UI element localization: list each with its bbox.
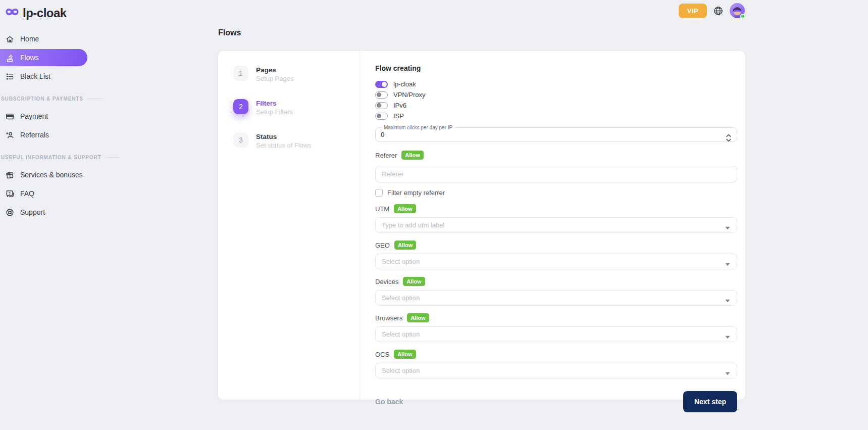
referer-input[interactable] bbox=[375, 166, 737, 182]
step-pages[interactable]: 1 Pages Setup Pages bbox=[233, 66, 360, 83]
gift-icon bbox=[5, 170, 14, 179]
devices-select[interactable]: Select option bbox=[375, 290, 737, 306]
vip-button[interactable]: VIP bbox=[679, 4, 707, 18]
go-back-button[interactable]: Go back bbox=[375, 398, 403, 406]
form-actions: Go back Next step bbox=[375, 391, 737, 412]
sidebar-item-black-list[interactable]: Black List bbox=[0, 68, 87, 85]
browsers-label: Browsers bbox=[375, 314, 402, 322]
referrals-person-icon bbox=[5, 130, 14, 139]
sidebar-item-label: Referrals bbox=[20, 131, 49, 139]
referer-label-row: Referer Allow bbox=[375, 151, 737, 160]
filter-group-devices: Devices Allow Select option bbox=[375, 277, 737, 306]
page-title: Flows bbox=[218, 28, 745, 37]
toggle-switch[interactable] bbox=[375, 91, 388, 99]
browsers-allow-badge[interactable]: Allow bbox=[407, 313, 429, 322]
sidebar-section-header: SUBSCRIPTION & PAYMENTS bbox=[0, 96, 106, 102]
ocs-label: OCS bbox=[375, 351, 389, 358]
sidebar-item-referrals[interactable]: Referrals bbox=[0, 126, 87, 144]
utm-placeholder: Type to add utm label bbox=[382, 221, 444, 229]
brand-name: lp-cloak bbox=[23, 6, 67, 20]
toggle-isp[interactable]: ISP bbox=[375, 111, 737, 121]
utm-label: UTM bbox=[375, 205, 389, 213]
chevron-down-icon bbox=[725, 224, 730, 231]
support-lifering-icon bbox=[5, 208, 14, 217]
geo-select[interactable]: Select option bbox=[375, 254, 737, 269]
sidebar-section-header: USEFUL INFORMATION & SUPPORT bbox=[0, 155, 106, 160]
devices-allow-badge[interactable]: Allow bbox=[403, 277, 425, 286]
toggle-lp-cloak[interactable]: lp-cloak bbox=[375, 79, 737, 89]
step-number: 1 bbox=[233, 66, 248, 81]
sidebar: Home Flows Black List SUBSCRIPTION & PAY… bbox=[0, 30, 106, 222]
browsers-placeholder: Select option bbox=[382, 330, 420, 338]
ocs-select[interactable]: Select option bbox=[375, 363, 737, 378]
utm-allow-badge[interactable]: Allow bbox=[394, 204, 416, 213]
sidebar-item-label: Home bbox=[20, 35, 39, 43]
online-status-dot bbox=[740, 14, 745, 19]
sidebar-item-support[interactable]: Support bbox=[0, 204, 87, 221]
max-clicks-label: Maximum clicks per day per IP bbox=[382, 125, 454, 130]
step-number: 3 bbox=[233, 132, 248, 148]
devices-label: Devices bbox=[375, 278, 398, 285]
sidebar-item-payment[interactable]: Payment bbox=[0, 108, 87, 125]
sidebar-item-label: Payment bbox=[20, 112, 48, 120]
geo-placeholder: Select option bbox=[382, 258, 420, 265]
chevron-down-icon bbox=[725, 369, 730, 377]
geo-label: GEO bbox=[375, 242, 390, 249]
user-avatar[interactable] bbox=[730, 3, 745, 18]
step-title: Status bbox=[256, 132, 312, 141]
sidebar-section-title: USEFUL INFORMATION & SUPPORT bbox=[1, 155, 101, 160]
browsers-select[interactable]: Select option bbox=[375, 326, 737, 342]
checkbox-label: Filter empty referrer bbox=[387, 189, 445, 197]
utm-select[interactable]: Type to add utm label bbox=[375, 217, 737, 233]
filter-group-browsers: Browsers Allow Select option bbox=[375, 313, 737, 342]
step-status[interactable]: 3 Status Set status of Flows bbox=[233, 132, 360, 150]
sidebar-item-label: Black List bbox=[20, 72, 50, 80]
filter-empty-referrer-checkbox[interactable]: Filter empty referrer bbox=[375, 189, 737, 197]
language-globe-icon[interactable] bbox=[713, 6, 723, 16]
sidebar-item-label: FAQ bbox=[20, 189, 34, 198]
sidebar-item-faq[interactable]: ? FAQ bbox=[0, 185, 87, 202]
sidebar-item-flows[interactable]: Flows bbox=[0, 49, 87, 66]
chevron-down-icon bbox=[725, 297, 730, 304]
mask-logo-icon bbox=[5, 7, 19, 20]
max-clicks-field: Maximum clicks per day per IP bbox=[375, 125, 737, 142]
geo-allow-badge[interactable]: Allow bbox=[394, 241, 416, 250]
step-filters[interactable]: 2 Filters Setup Filters bbox=[233, 99, 360, 116]
svg-text:?: ? bbox=[8, 190, 11, 195]
chevron-down-icon bbox=[725, 260, 730, 268]
checkbox-box[interactable] bbox=[375, 189, 383, 197]
max-clicks-input[interactable] bbox=[381, 131, 697, 138]
faq-bubble-icon: ? bbox=[5, 189, 14, 198]
sidebar-item-home[interactable]: Home bbox=[0, 30, 87, 47]
next-step-button[interactable]: Next step bbox=[683, 391, 737, 412]
filter-group-utm: UTM Allow Type to add utm label bbox=[375, 204, 737, 233]
flow-creating-form: Flow creating lp-cloak VPN/Proxy IPv6 IS… bbox=[360, 51, 745, 400]
step-subtitle: Set status of Flows bbox=[256, 141, 312, 150]
flow-wizard-card: 1 Pages Setup Pages 2 Filters Setup Filt… bbox=[218, 51, 745, 400]
brand-logo[interactable]: lp-cloak bbox=[5, 6, 67, 20]
section-divider bbox=[106, 157, 120, 158]
main-content: Flows 1 Pages Setup Pages 2 Filters Setu… bbox=[218, 28, 745, 400]
ocs-allow-badge[interactable]: Allow bbox=[394, 350, 416, 359]
toggle-label: ISP bbox=[393, 112, 404, 120]
sidebar-item-services-bonuses[interactable]: Services & bonuses bbox=[0, 166, 87, 183]
toggle-switch[interactable] bbox=[375, 113, 388, 120]
toggle-switch[interactable] bbox=[375, 81, 388, 88]
toggle-label: IPv6 bbox=[393, 102, 406, 109]
sidebar-item-label: Services & bonuses bbox=[20, 171, 83, 179]
toggle-switch[interactable] bbox=[375, 102, 388, 109]
toggle-label: lp-cloak bbox=[393, 80, 416, 88]
sidebar-item-label: Flows bbox=[20, 54, 39, 62]
referer-label: Referer bbox=[375, 152, 397, 159]
toggle-ipv6[interactable]: IPv6 bbox=[375, 100, 737, 111]
flows-icon bbox=[5, 53, 14, 62]
referer-allow-badge[interactable]: Allow bbox=[401, 151, 423, 160]
wizard-steps: 1 Pages Setup Pages 2 Filters Setup Filt… bbox=[218, 51, 360, 400]
form-title: Flow creating bbox=[375, 64, 737, 72]
toggle-vpn-proxy[interactable]: VPN/Proxy bbox=[375, 89, 737, 100]
max-clicks-stepper[interactable] bbox=[726, 134, 731, 144]
toggle-label: VPN/Proxy bbox=[393, 91, 426, 99]
chevron-down-icon bbox=[725, 333, 730, 341]
app: lp-cloak VIP bbox=[0, 0, 868, 430]
home-icon bbox=[5, 34, 14, 43]
